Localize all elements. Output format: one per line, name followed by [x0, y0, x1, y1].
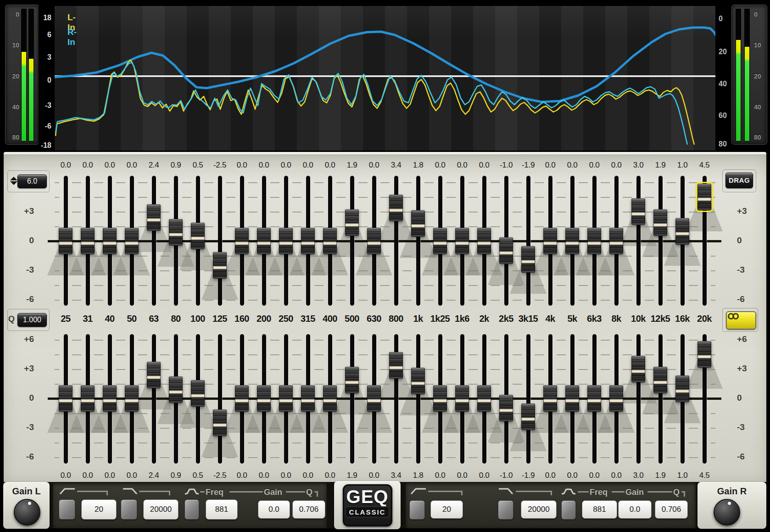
fader-handle-upper[interactable] [609, 228, 623, 254]
fader-handle-upper[interactable] [257, 228, 271, 254]
fader-handle-upper[interactable] [653, 209, 667, 236]
bell-freq-box[interactable]: 881 [206, 499, 238, 520]
fader-track-upper[interactable] [526, 176, 530, 306]
fader-handle-lower[interactable] [433, 385, 447, 412]
fader-track-upper[interactable] [636, 176, 641, 306]
fader-handle-lower[interactable] [147, 362, 161, 388]
fader-handle-lower[interactable] [81, 385, 95, 412]
fader-track-lower[interactable] [416, 334, 420, 464]
fader-handle-lower[interactable] [59, 385, 73, 412]
fader-handle-upper[interactable] [345, 209, 359, 236]
fader-handle-upper[interactable] [411, 210, 425, 237]
fader-track-lower[interactable] [636, 334, 641, 464]
fader-handle-upper[interactable] [103, 228, 117, 254]
fader-track-lower[interactable] [152, 334, 156, 464]
fader-track-lower[interactable] [526, 334, 530, 464]
fader-handle-upper[interactable] [301, 228, 315, 254]
fader-track-upper[interactable] [218, 176, 222, 306]
fader-handle-lower[interactable] [191, 380, 205, 407]
fader-handle-lower[interactable] [587, 385, 601, 412]
fader-handle-lower[interactable] [169, 376, 183, 403]
band-gain-value: -1.9 [517, 471, 539, 480]
fader-handle-lower[interactable] [323, 385, 337, 412]
fader-handle-lower[interactable] [477, 385, 491, 412]
fader-handle-upper[interactable] [631, 198, 645, 225]
range-value-box[interactable]: 6.0 [17, 174, 47, 188]
band-freq-label: 250 [274, 314, 298, 324]
fader-track-lower[interactable] [218, 334, 222, 464]
fader-handle-lower[interactable] [675, 375, 689, 402]
bell-toggle[interactable] [561, 500, 576, 520]
band-gain-value: 0.0 [561, 161, 583, 170]
fader-handle-upper[interactable] [367, 228, 381, 254]
fader-handle-lower[interactable] [411, 368, 425, 394]
fader-handle-upper[interactable] [191, 223, 205, 249]
bell-q-box[interactable]: 0.706 [655, 500, 688, 519]
fader-track-lower[interactable] [350, 334, 354, 464]
fader-handle-lower[interactable] [455, 385, 469, 412]
fader-handle-lower[interactable] [125, 385, 139, 412]
bell-gain-box[interactable]: 0.0 [618, 500, 652, 519]
q-value-box[interactable]: 1.000 [17, 313, 47, 327]
bell-gain-box[interactable]: 0.0 [258, 500, 290, 519]
fader-track-upper[interactable] [152, 176, 156, 306]
fader-handle-upper[interactable] [389, 195, 403, 221]
fader-handle-lower[interactable] [301, 385, 315, 412]
fader-handle-upper[interactable] [235, 228, 249, 254]
bell-q-box[interactable]: 0.706 [292, 500, 325, 519]
bell-toggle[interactable] [184, 499, 199, 520]
fader-handle-lower[interactable] [345, 367, 359, 393]
hpf-freq-box[interactable]: 20 [430, 500, 463, 519]
fader-handle-upper[interactable] [279, 228, 293, 254]
fader-handle-lower[interactable] [653, 367, 667, 393]
fader-handle-lower[interactable] [565, 385, 579, 412]
fader-handle-upper[interactable] [675, 218, 689, 245]
hpf-toggle[interactable] [59, 499, 75, 520]
lpf-toggle[interactable] [121, 499, 137, 520]
fader-handle-lower[interactable] [499, 395, 513, 421]
fader-handle-lower[interactable] [697, 341, 711, 368]
hpf-freq-box[interactable]: 20 [81, 499, 117, 520]
lpf-freq-box[interactable]: 20000 [143, 499, 179, 520]
fader-handle-lower[interactable] [521, 403, 535, 430]
fader-handle-upper[interactable] [543, 228, 557, 254]
fader-handle-lower[interactable] [389, 352, 403, 379]
fader-track-upper[interactable] [350, 176, 354, 306]
fader-handle-upper[interactable] [521, 246, 535, 273]
fader-handle-upper[interactable] [477, 228, 491, 254]
hpf-toggle[interactable] [409, 500, 425, 520]
fader-handle-upper[interactable] [697, 184, 711, 210]
drag-button[interactable]: DRAG [725, 173, 753, 188]
fader-handle-upper[interactable] [213, 252, 227, 279]
fader-handle-lower[interactable] [213, 409, 227, 436]
fader-handle-lower[interactable] [609, 385, 623, 412]
fader-track-upper[interactable] [416, 176, 420, 306]
fader-handle-upper[interactable] [499, 237, 513, 264]
range-arrows-icon[interactable] [10, 177, 17, 185]
fader-handle-lower[interactable] [235, 385, 249, 412]
fader-handle-lower[interactable] [279, 385, 293, 412]
gain-r-knob[interactable] [714, 499, 740, 526]
fader-handle-upper[interactable] [81, 228, 95, 254]
fader-handle-lower[interactable] [103, 385, 117, 412]
fader-track-upper[interactable] [658, 176, 663, 306]
fader-handle-upper[interactable] [455, 228, 469, 254]
fader-handle-lower[interactable] [257, 385, 271, 412]
fader-handle-upper[interactable] [169, 219, 183, 246]
fader-handle-upper[interactable] [565, 228, 579, 254]
bell-freq-box[interactable]: 881 [582, 500, 617, 519]
lpf-toggle[interactable] [498, 500, 513, 520]
lpf-freq-box[interactable]: 20000 [521, 500, 557, 519]
fader-handle-lower[interactable] [543, 385, 557, 412]
fader-handle-upper[interactable] [125, 228, 139, 254]
link-button[interactable] [726, 311, 756, 330]
fader-track-lower[interactable] [658, 334, 663, 464]
fader-handle-lower[interactable] [367, 385, 381, 412]
fader-handle-upper[interactable] [59, 228, 73, 254]
fader-handle-upper[interactable] [433, 228, 447, 254]
fader-handle-lower[interactable] [631, 356, 645, 382]
fader-handle-upper[interactable] [587, 228, 601, 254]
fader-handle-upper[interactable] [323, 228, 337, 254]
fader-handle-upper[interactable] [147, 204, 161, 231]
gain-l-knob[interactable] [14, 499, 40, 526]
